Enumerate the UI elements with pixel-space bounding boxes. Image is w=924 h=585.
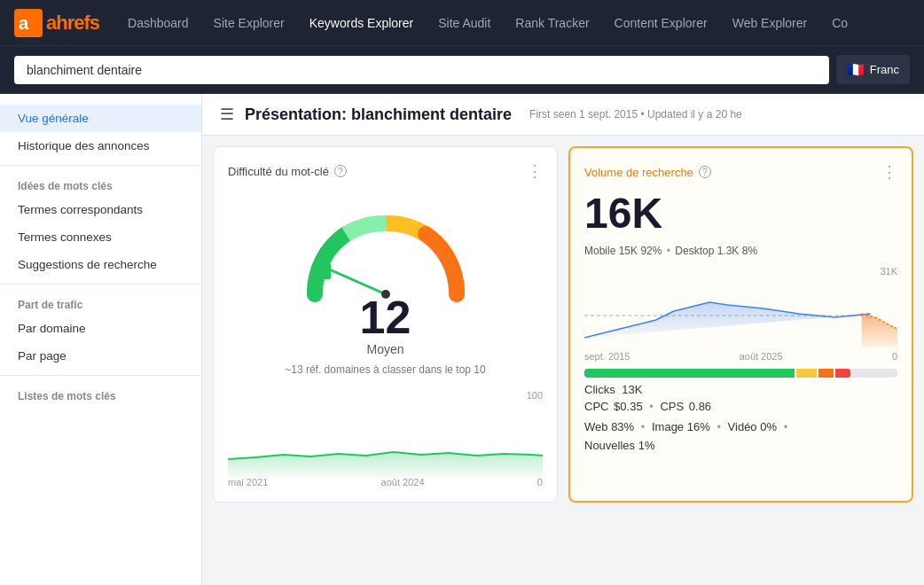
difficulty-help-icon[interactable]: ? — [334, 165, 347, 177]
nav-site-explorer[interactable]: Site Explorer — [203, 11, 295, 35]
sidebar-item-par-domaine[interactable]: Par domaine — [0, 315, 201, 342]
bar-gray — [852, 369, 897, 378]
volume-chart-area: 31K — [584, 266, 897, 346]
cps-value: 0.86 — [689, 400, 711, 413]
video-label: Vidéo — [728, 420, 757, 433]
difficulty-chart-bottom: mai 2021 août 2024 0 — [228, 477, 543, 488]
volume-sub: Mobile 15K 92% • Desktop 1.3K 8% — [584, 245, 897, 257]
mobile-pct: 92% — [640, 245, 662, 257]
vol-chart-top: 31K — [880, 266, 897, 277]
flag-icon: 🇫🇷 — [847, 61, 865, 78]
vol-chart-zero: 0 — [892, 351, 897, 362]
difficulty-card-title: Difficulté du mot-clé ? — [228, 165, 347, 178]
video-pct: 0% — [760, 420, 777, 433]
cpc-label: CPC — [584, 400, 608, 413]
vol-chart-end: août 2025 — [740, 351, 783, 362]
difficulty-card-header: Difficulté du mot-clé ? ⋮ — [228, 161, 543, 181]
logo[interactable]: a ahrefs — [14, 9, 99, 37]
svg-marker-5 — [228, 452, 543, 477]
sidebar-item-suggestions[interactable]: Suggestions de recherche — [0, 251, 201, 278]
difficulty-chart-end: août 2024 — [381, 477, 425, 488]
nav-content-explorer[interactable]: Content Explorer — [604, 11, 718, 35]
bar-yellow — [796, 369, 818, 378]
clicks-label: Clicks — [584, 383, 615, 396]
volume-card-header: Volume de recherche ? ⋮ — [584, 162, 897, 182]
web-label: Web — [584, 420, 608, 433]
news-pct: 1% — [638, 439, 655, 452]
sidebar-item-termes-connexes[interactable]: Termes connexes — [0, 223, 201, 251]
main-layout: Vue générale Historique des annonces Idé… — [0, 94, 924, 585]
difficulty-chart-top: 100 — [527, 390, 543, 401]
cps-label: CPS — [660, 400, 684, 413]
volume-card: Volume de recherche ? ⋮ 16K Mobile 15K 9… — [568, 146, 913, 503]
nav-site-audit[interactable]: Site Audit — [427, 11, 501, 35]
volume-menu-icon[interactable]: ⋮ — [881, 162, 897, 182]
cards-grid: Difficulté du mot-clé ? ⋮ — [202, 136, 924, 513]
sidebar-section-idees: Idées de mots clés — [0, 171, 201, 196]
svg-line-2 — [325, 268, 386, 294]
hamburger-icon[interactable]: ☰ — [220, 105, 234, 124]
difficulty-mini-chart: 100 mai 2021 août 2024 — [228, 390, 543, 488]
desktop-pct: 8% — [742, 245, 757, 257]
svg-marker-8 — [862, 314, 897, 347]
page-header: ☰ Présentation: blanchiment dentaire Fir… — [202, 94, 924, 136]
distribution-row: Web 83% • Image 16% • Vidéo 0% • Nouvell… — [584, 418, 897, 456]
volume-value: 16K — [584, 191, 897, 238]
sidebar-section-trafic: Part de trafic — [0, 290, 201, 315]
nav-keywords-explorer[interactable]: Keywords Explorer — [299, 11, 425, 35]
logo-text: ahrefs — [46, 12, 99, 35]
page-title: Présentation: blanchiment dentaire — [245, 105, 512, 124]
sidebar-item-historique[interactable]: Historique des annonces — [0, 132, 201, 160]
image-label: Image — [652, 420, 684, 433]
nav-more[interactable]: Co — [821, 11, 858, 35]
sidebar-item-par-page[interactable]: Par page — [0, 342, 201, 370]
desktop-label: Desktop 1.3K — [675, 245, 739, 257]
image-pct: 16% — [687, 420, 710, 433]
gauge-svg — [297, 197, 474, 303]
language-selector[interactable]: 🇫🇷 Franc — [836, 55, 910, 84]
difficulty-line-svg — [228, 406, 543, 477]
difficulty-menu-icon[interactable]: ⋮ — [527, 161, 543, 181]
difficulty-card: Difficulté du mot-clé ? ⋮ — [213, 146, 558, 503]
difficulty-chart-zero: 0 — [537, 477, 543, 488]
nav-dashboard[interactable]: Dashboard — [117, 11, 200, 35]
cpc-value: $0.35 — [614, 400, 643, 413]
search-input[interactable] — [14, 56, 829, 84]
difficulty-chart-start: mai 2021 — [228, 477, 268, 488]
vol-chart-start: sept. 2015 — [584, 351, 630, 362]
sidebar-item-vue-generale[interactable]: Vue générale — [0, 105, 201, 132]
sidebar: Vue générale Historique des annonces Idé… — [0, 94, 202, 585]
mobile-label: Mobile 15K — [584, 245, 638, 257]
svg-marker-7 — [584, 302, 871, 338]
clicks-row: Clicks 13K — [584, 383, 897, 396]
nav-web-explorer[interactable]: Web Explorer — [722, 11, 818, 35]
difficulty-label: Moyen — [366, 342, 403, 356]
content-area: ☰ Présentation: blanchiment dentaire Fir… — [202, 94, 924, 585]
volume-line-svg — [584, 280, 897, 347]
page-meta: First seen 1 sept. 2015 • Updated il y a… — [529, 108, 742, 121]
volume-help-icon[interactable]: ? — [699, 166, 711, 178]
clicks-value: 13K — [622, 383, 642, 396]
web-pct: 83% — [611, 420, 634, 433]
cpc-row: CPC $0.35 • CPS 0.86 — [584, 400, 897, 413]
bar-green — [584, 369, 795, 378]
bar-red — [835, 369, 850, 378]
sidebar-item-termes-correspondants[interactable]: Termes correspondants — [0, 196, 201, 223]
news-label: Nouvelles — [584, 439, 635, 452]
language-label: Franc — [870, 63, 899, 76]
volume-card-title: Volume de recherche ? — [584, 166, 711, 179]
vol-chart-bottom: sept. 2015 août 2025 0 — [584, 351, 897, 362]
colored-bar — [584, 369, 897, 378]
difficulty-value: 12 — [360, 294, 411, 340]
search-row: 🇫🇷 Franc — [0, 46, 924, 94]
gauge-area: 12 Moyen ~13 réf. domaines à classer dan… — [228, 190, 543, 379]
nav-rank-tracker[interactable]: Rank Tracker — [505, 11, 599, 35]
sidebar-section-listes: Listes de mots clés — [0, 381, 201, 406]
difficulty-sub: ~13 réf. domaines à classer dans le top … — [285, 363, 485, 376]
bar-orange — [818, 369, 834, 378]
top-navigation: a ahrefs Dashboard Site Explorer Keyword… — [0, 0, 924, 46]
svg-rect-4 — [317, 263, 331, 279]
